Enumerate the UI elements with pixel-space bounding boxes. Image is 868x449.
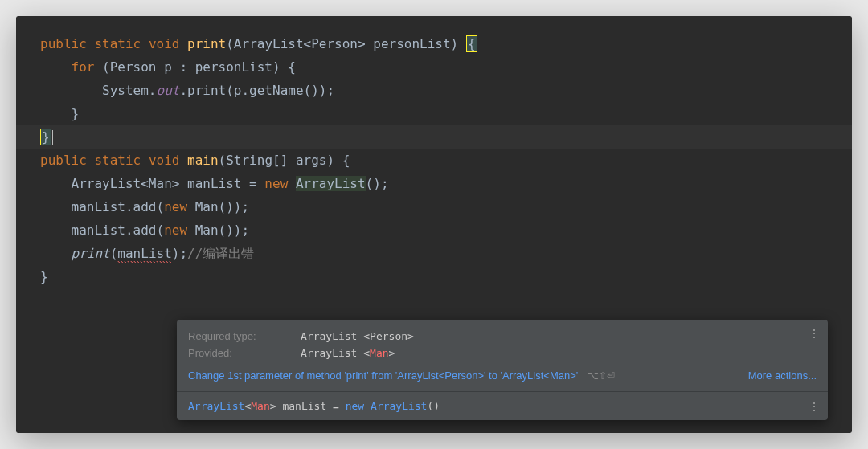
print-call-italic: print [72,246,110,261]
code-line-1[interactable]: public static void print(ArrayList<Perso… [40,32,828,55]
closing-brace: } [40,106,79,121]
keyword-void: void [149,153,180,168]
code-line-8[interactable]: ArrayList<Man> manList = new ArrayList()… [40,172,828,195]
keyword-new: new [164,199,187,214]
print-call: .print(p.getName()); [179,83,334,98]
method-name-print: print [187,36,226,51]
man-ctor: Man()); [187,222,249,238]
code-line-12[interactable]: } [40,265,828,288]
tooltip-error-section: ⋮ Required type: ArrayList <Person> Prov… [177,320,828,391]
keyword-for: for [72,59,95,75]
code-line-2[interactable]: for (Person p : personList) { [40,55,828,79]
code-line-3[interactable]: System.out.print(p.getName()); [40,79,828,102]
code-line-9[interactable]: manList.add(new Man()); [40,195,828,218]
more-options-icon[interactable]: ⋮ [809,328,820,339]
add-call: manList.add( [72,199,165,214]
decl-part: ArrayList<Man> manList = [72,176,265,191]
indent [40,222,72,238]
more-actions-link[interactable]: More actions... [748,369,817,382]
required-type-row: Required type: ArrayList <Person> [188,328,817,345]
required-type-value: ArrayList <Person> [301,330,414,342]
code-line-5-current[interactable]: } [16,125,852,149]
quickfix-link[interactable]: Change 1st parameter of method 'print' f… [188,369,578,382]
text-caret [52,130,53,145]
required-type-label: Required type: [188,330,301,342]
brace-open-matched: { [466,35,477,52]
keyword-static: static [94,153,141,168]
generic-close: > [358,36,366,51]
provided-type-label: Provided: [188,347,301,359]
semicolon: ; [179,246,187,261]
add-call: manList.add( [72,222,165,238]
type-arraylist: ArrayList [234,36,304,51]
indent [40,246,72,261]
context-code: ArrayList<Man> manList = new ArrayList() [188,400,440,412]
code-line-10[interactable]: manList.add(new Man()); [40,218,828,242]
tooltip-context-section: ⋮ ArrayList<Man> manList = new ArrayList… [177,392,828,420]
indent [40,83,102,98]
for-rest: (Person p : personList) { [94,59,295,75]
constructor-highlight: ArrayList [296,176,366,191]
quickfix-row: Change 1st parameter of method 'print' f… [188,361,817,382]
keyword-public: public [40,153,87,168]
keyword-public: public [40,36,87,51]
system-class: System. [102,83,156,98]
code-line-4[interactable]: } [40,102,828,125]
indent [40,59,72,75]
man-ctor: Man()); [187,199,249,214]
provided-type-value: ArrayList <Man> [301,347,395,359]
keyword-new: new [264,176,288,191]
indent [40,176,72,191]
keyword-static: static [94,36,141,51]
paren-open: ( [110,246,118,261]
code-line-7[interactable]: public static void main(String[] args) { [40,149,828,172]
code-editor-panel[interactable]: public static void print(ArrayList<Perso… [16,16,852,433]
keyword-void: void [149,36,180,51]
brace-close-matched: } [40,129,51,145]
param-personlist: personList [366,36,451,51]
provided-type-row: Provided: ArrayList <Man> [188,345,817,361]
paren-open: ( [226,36,234,51]
quickfix-shortcut: ⌥⇧⏎ [588,370,615,382]
generic-open: < [304,36,312,51]
error-tooltip-popup: ⋮ Required type: ArrayList <Person> Prov… [177,320,828,420]
ctor-rest: (); [366,176,389,191]
paren-close: ) [172,246,180,261]
closing-brace: } [40,269,48,284]
indent [40,199,72,214]
code-line-11[interactable]: print(manList);//编译出错 [40,242,828,265]
paren-close: ) [451,36,459,51]
out-field: out [157,83,180,98]
type-person: Person [311,36,358,51]
more-options-icon[interactable]: ⋮ [809,400,820,413]
error-argument: manList [117,246,171,263]
main-params: (String[] args) { [219,153,350,168]
comment-compile-error: //编译出错 [187,246,254,261]
keyword-new: new [164,222,187,238]
method-name-main: main [187,153,219,168]
